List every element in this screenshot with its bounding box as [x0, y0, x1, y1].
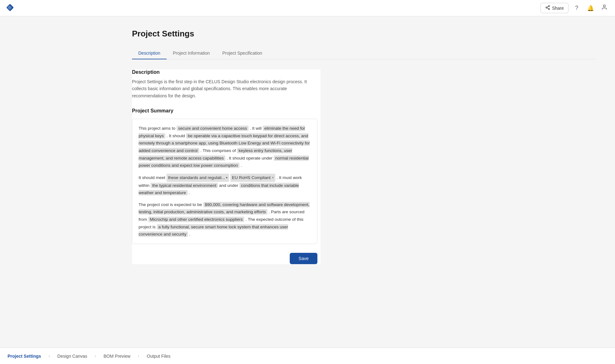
- user-icon: [601, 4, 607, 12]
- para1-mid1: . It will: [250, 126, 262, 131]
- highlight-residential-env: the typical residential environment: [151, 183, 218, 188]
- summary-para-3: The project cost is expected to be $90,0…: [139, 201, 311, 238]
- para2-end: .: [189, 190, 190, 195]
- rohs-tag: EU RoHS Compliant ×: [230, 174, 275, 182]
- standards-dropdown[interactable]: these standards and regulati... ▾: [167, 174, 229, 182]
- page-title: Project Settings: [132, 29, 596, 39]
- para1-mid4: . It should operate under: [227, 156, 272, 160]
- help-icon: ?: [575, 5, 578, 11]
- logo: [5, 3, 15, 14]
- summary-para-2: It should meet these standards and regul…: [139, 174, 311, 197]
- share-icon: [545, 5, 550, 11]
- save-button[interactable]: Save: [290, 253, 317, 264]
- description-body: Project Settings is the first step in th…: [132, 78, 321, 99]
- bottom-navbar: Project Settings › Design Canvas › BOM P…: [0, 348, 615, 364]
- project-summary-heading: Project Summary: [132, 108, 321, 114]
- summary-para-1: This project aims to secure and convenie…: [139, 125, 311, 169]
- rohs-close-icon[interactable]: ×: [272, 175, 274, 181]
- description-section: Description Project Settings is the firs…: [132, 69, 321, 264]
- svg-point-2: [548, 5, 550, 7]
- para2-mid3: and under: [219, 183, 238, 188]
- top-navbar: Share ? 🔔: [0, 0, 615, 16]
- svg-line-6: [547, 6, 548, 7]
- bom-preview-label: BOM Preview: [104, 354, 131, 359]
- para1-mid2: . It should: [167, 133, 185, 138]
- highlight-outcome: a fully functional, secure smart home lo…: [139, 224, 288, 237]
- tabs-container: Description Project Information Project …: [132, 47, 596, 59]
- dropdown-arrow-icon: ▾: [226, 175, 228, 181]
- svg-point-7: [603, 5, 606, 7]
- standards-label: these standards and regulati...: [168, 174, 225, 182]
- help-button[interactable]: ?: [571, 3, 582, 14]
- svg-point-4: [548, 8, 550, 10]
- para3-end: .: [189, 232, 190, 236]
- design-canvas-label: Design Canvas: [58, 354, 87, 359]
- project-settings-label: Project Settings: [8, 354, 41, 359]
- bottom-nav-project-settings[interactable]: Project Settings: [0, 348, 49, 364]
- bottom-nav-design-canvas[interactable]: Design Canvas: [50, 348, 95, 364]
- tab-description[interactable]: Description: [132, 47, 167, 59]
- tab-project-information[interactable]: Project Information: [167, 47, 216, 59]
- bell-icon: 🔔: [587, 5, 594, 12]
- para1-mid3: . This comprises of: [200, 148, 236, 153]
- output-files-label: Output Files: [147, 354, 170, 359]
- user-button[interactable]: [599, 3, 610, 14]
- navbar-actions: Share ? 🔔: [541, 3, 610, 14]
- para1-intro: This project aims to: [139, 126, 175, 131]
- highlight-suppliers: Microchip and other certified electronic…: [148, 217, 244, 222]
- rohs-label: EU RoHS Compliant: [232, 174, 271, 182]
- para3-intro: The project cost is expected to be: [139, 202, 202, 207]
- main-content: Project Settings Description Project Inf…: [0, 16, 615, 348]
- para1-end: .: [241, 163, 242, 168]
- summary-box: This project aims to secure and convenie…: [132, 119, 317, 244]
- svg-line-5: [547, 8, 548, 9]
- share-button[interactable]: Share: [541, 3, 568, 13]
- para2-intro: It should meet: [139, 175, 165, 180]
- bottom-nav-bom-preview[interactable]: BOM Preview: [96, 348, 138, 364]
- highlight-home-access: secure and convenient home access: [177, 126, 249, 131]
- tab-project-specification[interactable]: Project Specification: [216, 47, 269, 59]
- save-button-area: Save: [132, 253, 317, 264]
- bottom-nav-output-files[interactable]: Output Files: [139, 348, 178, 364]
- notifications-button[interactable]: 🔔: [585, 3, 596, 14]
- share-label: Share: [552, 6, 564, 11]
- description-heading: Description: [132, 69, 321, 75]
- svg-point-3: [546, 7, 547, 8]
